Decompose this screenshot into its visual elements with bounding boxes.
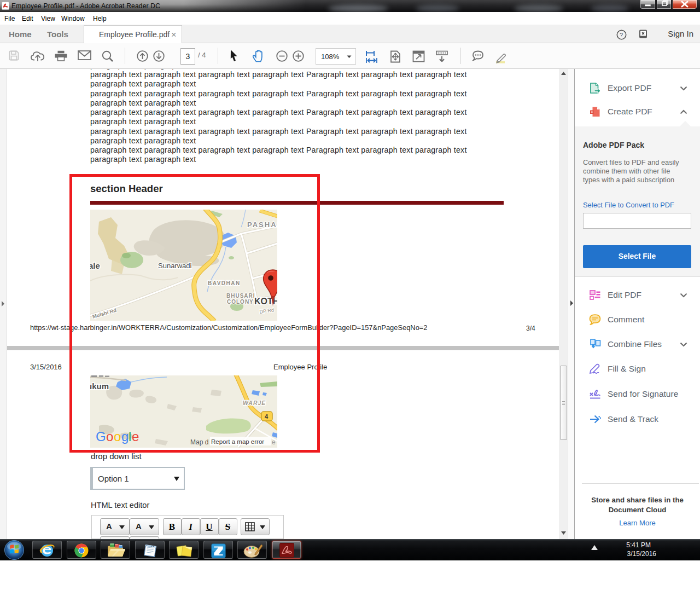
- svg-text:?: ?: [620, 32, 623, 38]
